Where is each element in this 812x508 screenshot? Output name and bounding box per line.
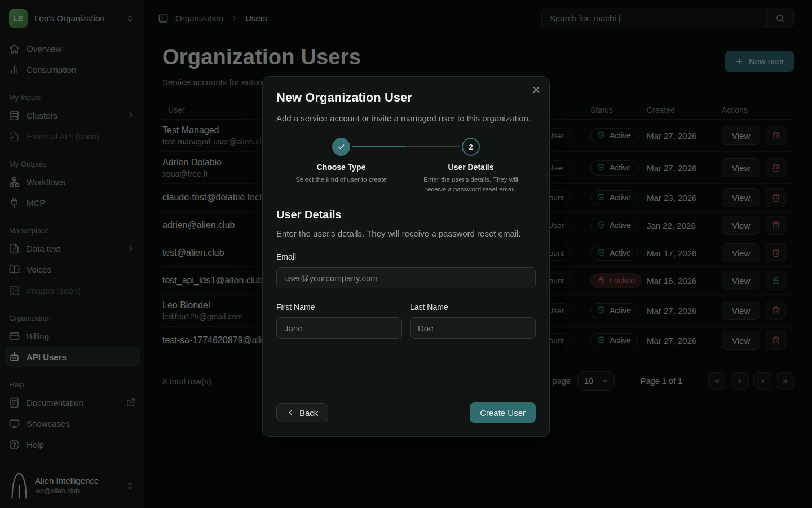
back-button[interactable]: Back xyxy=(276,403,328,422)
stepper: Choose Type Select the kind of user to c… xyxy=(276,138,536,194)
modal-title: New Organization User xyxy=(276,90,536,105)
first-name-label: First Name xyxy=(276,303,402,312)
first-name-field[interactable] xyxy=(276,317,402,339)
create-user-button[interactable]: Create User xyxy=(470,402,536,423)
close-icon[interactable] xyxy=(531,85,541,95)
last-name-field[interactable] xyxy=(410,317,536,339)
section-subtitle: Enter the user's details. They will rece… xyxy=(276,229,536,238)
step-number: 2 xyxy=(462,138,480,156)
email-field[interactable] xyxy=(276,267,536,288)
modal-subtitle: Add a service account or invite a manage… xyxy=(276,113,536,123)
last-name-label: Last Name xyxy=(410,303,536,312)
new-user-modal: New Organization User Add a service acco… xyxy=(262,76,550,437)
check-icon xyxy=(337,142,346,151)
modal-divider xyxy=(276,392,536,392)
step-choose-type: Choose Type Select the kind of user to c… xyxy=(276,138,406,194)
section-title: User Details xyxy=(276,208,536,221)
email-label: Email xyxy=(276,252,536,261)
chevron-left-icon xyxy=(286,409,294,417)
step-user-details: 2 User Details Enter the user's details.… xyxy=(406,138,536,194)
